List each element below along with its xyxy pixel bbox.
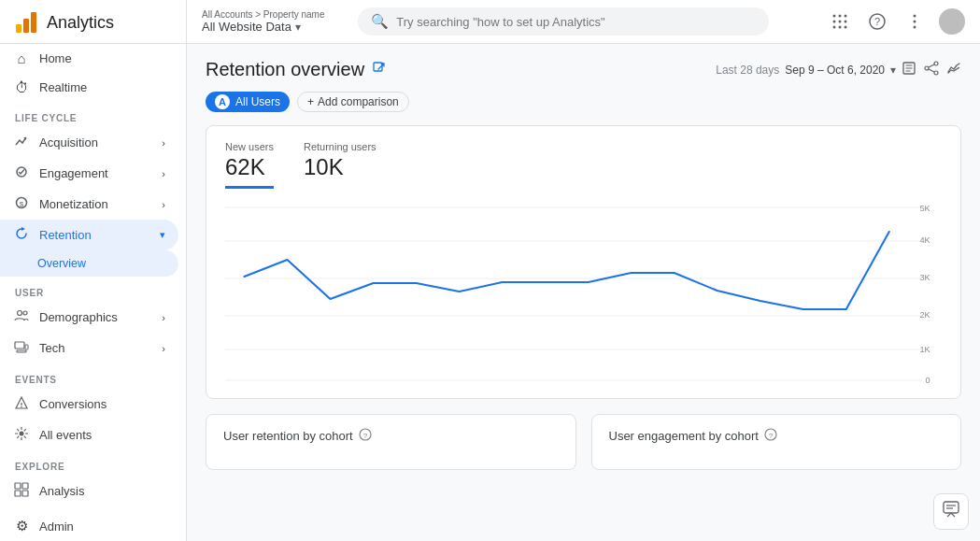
user-engagement-label: User engagement by cohort — [609, 429, 759, 443]
sidebar-item-retention[interactable]: Retention ▾ — [0, 220, 178, 250]
svg-line-38 — [929, 64, 934, 67]
page-title-row: Retention overview — [206, 59, 387, 80]
sidebar-item-demographics[interactable]: Demographics › — [0, 302, 178, 333]
sidebar-item-analysis[interactable]: Analysis — [0, 476, 178, 506]
svg-point-26 — [839, 26, 842, 29]
search-input[interactable] — [396, 15, 756, 29]
svg-point-35 — [934, 62, 938, 65]
page-header: Retention overview Last 28 days Sep 9 – … — [206, 59, 961, 80]
all-users-chip[interactable]: A All Users — [206, 92, 290, 112]
sidebar-item-engagement-label: Engagement — [39, 166, 108, 180]
sidebar-item-tech[interactable]: Tech › — [0, 333, 178, 363]
sidebar: Analytics ⌂ Home ⏱ Realtime LIFE CYCLE A… — [0, 0, 187, 541]
svg-point-36 — [925, 66, 929, 70]
search-icon: 🔍 — [371, 13, 389, 30]
metric-returning-users-value: 10K — [304, 154, 376, 180]
more-options-icon[interactable] — [902, 8, 928, 35]
svg-point-37 — [934, 71, 938, 75]
metric-returning-users[interactable]: Returning users 10K — [304, 141, 376, 189]
acquisition-icon — [13, 134, 30, 151]
svg-text:3K: 3K — [919, 273, 930, 282]
user-retention-help-icon[interactable]: ? — [359, 428, 372, 444]
user-retention-label: User retention by cohort — [223, 429, 353, 443]
apps-icon[interactable] — [827, 8, 853, 35]
sidebar-item-monetization[interactable]: $ Monetization › — [0, 189, 178, 220]
sidebar-item-conversions[interactable]: Conversions — [0, 389, 178, 420]
svg-point-13 — [21, 406, 22, 408]
add-comparison-button[interactable]: + Add comparison — [297, 92, 409, 112]
svg-point-8 — [23, 311, 27, 315]
filter-row: A All Users + Add comparison — [206, 92, 961, 112]
monetization-icon: $ — [13, 195, 30, 213]
retention-icon — [13, 226, 30, 244]
sidebar-item-admin[interactable]: ⚙ Admin — [0, 511, 178, 541]
analysis-icon — [13, 482, 30, 500]
svg-line-39 — [929, 69, 934, 72]
sidebar-item-realtime-label: Realtime — [39, 80, 87, 94]
svg-point-30 — [914, 15, 916, 18]
sidebar-item-overview[interactable]: Overview — [0, 250, 178, 277]
user-retention-card: User retention by cohort ? — [206, 414, 576, 470]
demographics-icon — [13, 308, 30, 326]
add-comparison-label: Add comparison — [318, 95, 399, 108]
retention-expand-icon: ▾ — [160, 229, 165, 241]
page-title-link-icon[interactable] — [372, 61, 387, 79]
user-engagement-title: User engagement by cohort ? — [609, 428, 944, 444]
sidebar-item-analysis-label: Analysis — [39, 484, 84, 498]
date-range-label: Last 28 days — [716, 64, 779, 77]
svg-text:?: ? — [874, 16, 880, 27]
sidebar-app-title: Analytics — [47, 13, 114, 33]
date-range[interactable]: Last 28 days Sep 9 – Oct 6, 2020 ▾ — [716, 61, 961, 79]
user-engagement-help-icon[interactable]: ? — [764, 428, 777, 444]
svg-point-31 — [914, 21, 916, 23]
user-avatar[interactable] — [939, 8, 965, 35]
engagement-expand-icon: › — [162, 168, 165, 179]
svg-point-7 — [18, 311, 22, 316]
conversions-icon — [13, 395, 30, 413]
svg-point-14 — [20, 432, 24, 436]
metric-new-users-value: 62K — [225, 154, 274, 180]
svg-rect-17 — [15, 491, 21, 496]
metrics-row: New users 62K Returning users 10K — [225, 141, 942, 189]
sidebar-item-all-events-label: All events — [39, 428, 92, 442]
user-retention-title: User retention by cohort ? — [223, 428, 559, 444]
tech-icon — [13, 339, 30, 357]
svg-text:0: 0 — [926, 376, 930, 385]
svg-point-20 — [839, 15, 842, 18]
search-bar[interactable]: 🔍 — [358, 7, 769, 36]
svg-point-24 — [845, 21, 847, 23]
sidebar-item-home-label: Home — [39, 51, 72, 65]
sidebar-item-home[interactable]: ⌂ Home — [0, 44, 178, 73]
demographics-expand-icon: › — [162, 312, 165, 323]
share-icon[interactable] — [924, 61, 939, 79]
svg-point-19 — [833, 15, 836, 18]
breadcrumb-dropdown-icon: ▾ — [295, 21, 301, 34]
engagement-icon — [13, 164, 30, 182]
chip-label: All Users — [235, 95, 280, 108]
realtime-icon: ⏱ — [13, 79, 30, 95]
feedback-button[interactable] — [933, 493, 969, 530]
help-icon[interactable]: ? — [864, 8, 890, 35]
svg-text:5K: 5K — [919, 204, 930, 213]
breadcrumb-main[interactable]: All Website Data ▾ — [202, 20, 324, 34]
svg-text:?: ? — [363, 432, 368, 440]
sidebar-item-all-events[interactable]: All events — [0, 420, 178, 450]
edit-report-icon[interactable] — [902, 61, 916, 79]
compare-icon[interactable] — [946, 61, 961, 79]
chart-card: New users 62K Returning users 10K 5K 4K … — [206, 125, 961, 399]
page-title: Retention overview — [206, 59, 364, 80]
sidebar-item-realtime[interactable]: ⏱ Realtime — [0, 73, 178, 102]
sidebar-item-conversions-label: Conversions — [39, 397, 107, 411]
sidebar-item-acquisition-label: Acquisition — [39, 135, 98, 149]
home-icon: ⌂ — [13, 50, 30, 66]
breadcrumb: All Accounts > Property name All Website… — [202, 9, 324, 34]
svg-point-21 — [845, 15, 847, 18]
date-range-arrow-icon: ▾ — [890, 64, 896, 77]
sidebar-item-admin-label: Admin — [39, 520, 74, 534]
metric-new-users[interactable]: New users 62K — [225, 141, 274, 189]
sidebar-item-acquisition[interactable]: Acquisition › — [0, 127, 178, 158]
metric-returning-users-label: Returning users — [304, 141, 376, 152]
sidebar-item-engagement[interactable]: Engagement › — [0, 158, 178, 189]
sidebar-item-retention-label: Retention — [39, 228, 92, 242]
sidebar-item-monetization-label: Monetization — [39, 197, 108, 211]
